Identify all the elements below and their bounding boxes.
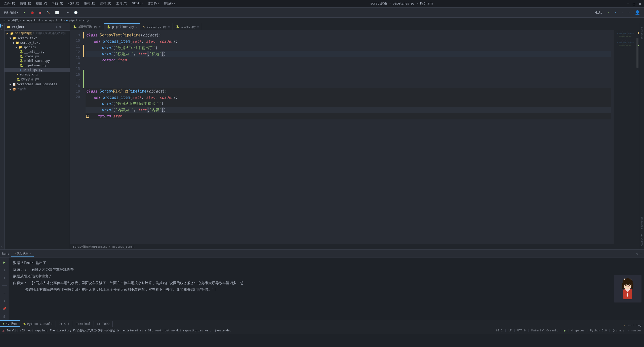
revert-button[interactable]: ↩ [65,10,71,15]
coverage-button[interactable]: 📊 [53,10,61,15]
menu-refactor[interactable]: 重构(R) [82,1,98,6]
bottom-tab-todo[interactable]: 6: TODO [94,321,113,327]
tree-external[interactable]: ▶ 📦 外部库 [5,86,70,92]
tree-cfg[interactable]: ≡ scrapy.cfg [5,72,70,77]
status-indent[interactable]: 4 spaces [571,329,584,332]
code-content[interactable]: class ScrapyTextPipeline ( object ): def… [83,30,614,244]
vtab-favorites[interactable]: F [1,245,4,248]
menu-navigate[interactable]: 导航(N) [50,1,66,6]
status-lf[interactable]: LF [508,329,512,332]
minimize-btn[interactable]: ─ [626,2,630,6]
menu-tools[interactable]: 工具(T) [114,1,130,6]
avatar-btn[interactable]: 👤 [633,9,642,16]
run-button[interactable]: ▶ [22,10,27,15]
git-checkmark[interactable]: ✓ [606,10,611,15]
tree-init[interactable]: 🐍 __init__.py [5,50,70,54]
run-minimize-icon[interactable]: — [640,252,642,255]
run-settings-icon[interactable]: ⚙ [636,252,638,255]
right-tab-favorites[interactable]: Favorites [640,214,643,231]
project-settings-icon[interactable]: ⚙ [56,25,58,29]
bottom-tab-python[interactable]: 🐍 Python Console [20,321,56,327]
menu-help[interactable]: 帮助(H) [162,1,177,6]
bottom-tab-run[interactable]: ▶ 4: Run [0,320,20,327]
status-python[interactable]: Python 3.8 [590,329,607,332]
build-button[interactable]: 🔨 [44,10,52,15]
tab-settings-close[interactable]: ✕ [168,25,170,28]
tab-pipelines-close[interactable]: ✕ [136,26,137,28]
tree-scratches[interactable]: ▶ 📋 Scratches and Consoles [5,82,70,86]
vtab-project[interactable]: P [0,24,4,27]
project-sort-icon[interactable]: ⇅ [59,25,61,29]
debug-button[interactable]: 🐞 [28,10,36,15]
run-config-selector[interactable]: 执行项目 ▾ [2,10,21,15]
breadcrumb-item-1[interactable]: scrapy_text [22,19,41,22]
git-push[interactable]: ⬆ [619,10,625,15]
run-tab-close[interactable]: ✕ [30,252,31,255]
line-num-13: 13 [70,55,80,60]
menu-code[interactable]: 代码(C) [66,1,82,6]
tree-run[interactable]: 🐍 执行项目.py [5,77,70,82]
run-trash-btn[interactable]: 🗑 [1,313,8,320]
menu-window[interactable]: 窗口(W) [146,1,161,6]
menu-view[interactable]: 视图(V) [34,1,50,6]
tree-items[interactable]: 🐍 items.py [5,54,70,59]
git-fetch[interactable]: ⬇ [626,10,632,15]
restore-btn[interactable]: □ [632,2,636,6]
tab-yangguan[interactable]: 🐍 a阳光问政.py ✕ [70,23,104,30]
project-collapse-icon[interactable]: — [63,25,64,29]
vtab-structure[interactable]: S [1,28,4,31]
run-wrap-btn[interactable]: ↵ [1,290,8,297]
menu-bar[interactable]: 文件(F) 编辑(E) 视图(V) 导航(N) 代码(C) 重构(R) 运行(U… [2,1,177,6]
tab-yangguan-close[interactable]: ✕ [99,25,101,28]
breadcrumb-item-3[interactable]: pipelines.py [69,19,89,22]
project-gear-icon[interactable]: ⋯ [66,25,68,29]
status-sep8: | [609,329,611,332]
run-scroll-btn[interactable]: ⬇ [1,298,8,305]
run-tab-exec[interactable]: ⚙ 执行项目 ✕ [11,250,34,257]
menu-vcs[interactable]: VCS(S) [130,1,145,6]
bottom-tab-git[interactable]: 9: Git [56,321,73,327]
tree-spiders[interactable]: ▶ 📁 spiders [5,45,70,50]
tree-pipelines[interactable]: 🐍 pipelines.py [5,63,70,68]
project-folder-icon: 📁 [7,25,10,29]
tab-items-close[interactable]: ✕ [197,25,199,28]
breadcrumb-item-0[interactable]: scrapy爬虫 [3,18,19,22]
close-btn[interactable]: ✕ [638,2,642,6]
tree-scrapy-text-inner[interactable]: ▼ 📁 scrapy_text [5,40,70,45]
run-play-btn[interactable]: ▶ [1,259,8,266]
run-down-btn[interactable]: ↓ [1,275,8,281]
git-update[interactable]: ✓ [612,10,618,15]
right-tab-structure[interactable]: Structure [640,25,643,41]
code-editor[interactable]: 9 10 11 12 13 14 15 16 17 18 19 20 [70,30,639,244]
tab-items[interactable]: 🐍 items.py ✕ [173,23,202,30]
status-line-col[interactable]: 61:1 [496,329,503,332]
tab-pipelines[interactable]: 🐍 pipelines.py ✕ [104,23,140,30]
status-branch[interactable]: master [631,329,641,332]
status-encoding[interactable]: UTF-8 [517,329,526,332]
run-output: 数据从Text中输出了 标题为： 石排人才公寓停车场乱收费 数据从阳光问政中输出… [9,257,611,320]
run-up-btn[interactable]: ↑ [1,267,8,274]
right-tab-translator[interactable]: TRANSLATOR [640,232,643,249]
tree-scrapy-text-outer[interactable]: ▼ 📁 scrapy_text [5,36,70,40]
breadcrumb-sep3: › [90,19,92,22]
menu-file[interactable]: 文件(F) [2,1,18,6]
update-button[interactable]: 🕐 [72,10,80,15]
menu-edit[interactable]: 编辑(E) [18,1,34,6]
status-sep4: | [528,329,530,332]
tree-middlewares[interactable]: 🐍 middlewares.py [5,59,70,63]
window-controls[interactable]: ─ □ ✕ [626,2,642,6]
menu-run[interactable]: 运行(U) [98,1,114,6]
output-line-3: 数据从阳光问政中输出了 [13,273,607,280]
run-label: Run: [2,252,9,255]
run-pin-btn[interactable]: 📌 [1,306,8,312]
breadcrumb-item-2[interactable]: scrapy_text [44,19,63,22]
bottom-tab-terminal[interactable]: Terminal [73,321,94,327]
event-log[interactable]: ⚠ Event Log [621,324,644,327]
tab-settings[interactable]: ⚙ settings.py ✕ [140,23,173,30]
stop-button[interactable]: ■ [37,10,43,15]
tree-settings[interactable]: ⚙ settings.py [5,68,70,72]
tree-root[interactable]: ▶ 📁 scrapy爬虫 F:\我的大学\项目代码\未知 [5,31,70,36]
status-env[interactable]: (scrapy) [613,329,626,332]
toolbar: 执行项目 ▾ ▶ 🐞 ■ 🔨 📊 ↩ 🕐 Git: ✓ ✓ ⬆ ⬇ 👤 [0,8,644,18]
bottom-tabs-bar: ▶ 4: Run 🐍 Python Console 9: Git Termina… [0,320,644,327]
